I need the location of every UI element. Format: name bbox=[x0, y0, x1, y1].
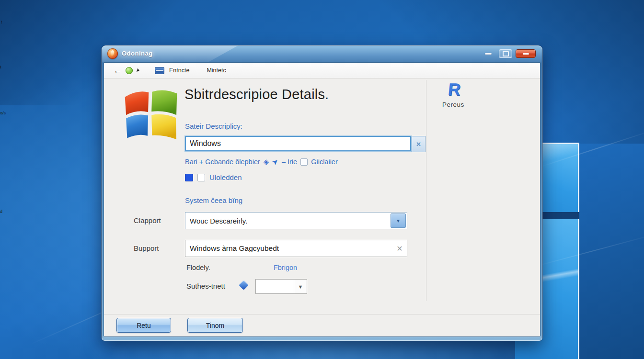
right-panel: R Pereus bbox=[439, 81, 526, 108]
dialog-window: Odoninag ← Entncte Mintetc bbox=[102, 45, 542, 341]
checkbox-row: Uloledden bbox=[185, 173, 242, 181]
model-link[interactable]: Fbrigon bbox=[274, 264, 297, 271]
support-row1-label: Clapport bbox=[134, 216, 161, 224]
nav-dropdown-icon[interactable] bbox=[137, 68, 140, 72]
support-row1-value: Wouc Descareirly. bbox=[185, 217, 391, 225]
back-icon[interactable]: ← bbox=[114, 67, 122, 75]
desktop-artifact: ŧ bbox=[0, 65, 1, 69]
secondary-action-button[interactable]: Tinom bbox=[187, 318, 243, 333]
main-content: Sbitrdescripioe Details. Sateir Descripl… bbox=[104, 78, 540, 315]
option-row-left-text[interactable]: Bari + Gcbande ôlepbier bbox=[185, 158, 260, 166]
footer-bar: Retu Tinom bbox=[104, 314, 540, 337]
maximize-button[interactable] bbox=[499, 49, 512, 58]
page-title: Sbitrdescripioe Details. bbox=[184, 87, 329, 102]
clear-field-icon[interactable]: ✕ bbox=[392, 244, 407, 253]
support-row2-label: Bupport bbox=[134, 244, 159, 252]
minimize-button[interactable] bbox=[481, 50, 495, 57]
close-icon bbox=[523, 53, 529, 55]
maximize-icon bbox=[503, 51, 509, 56]
combobox-value bbox=[256, 280, 294, 293]
desktop-artifact: t bbox=[1, 20, 2, 24]
checkbox[interactable] bbox=[197, 174, 205, 181]
description-label: Sateir Descriplicy: bbox=[185, 122, 242, 130]
description-field-group: ✕ bbox=[185, 136, 426, 152]
menu-item-2[interactable]: Mintetc bbox=[207, 67, 226, 74]
inline-checkbox[interactable] bbox=[300, 158, 308, 166]
option-row-right-text[interactable]: Giiclaiier bbox=[311, 158, 338, 166]
section-title: System ĉeea bïng bbox=[185, 196, 242, 204]
window-app-icon bbox=[107, 48, 118, 59]
vertical-divider bbox=[426, 80, 426, 301]
primary-action-button[interactable]: Retu bbox=[116, 318, 171, 333]
windows-flag-logo bbox=[123, 88, 179, 141]
window-glyph-icon bbox=[155, 67, 164, 74]
chevron-down-icon[interactable]: ▼ bbox=[294, 280, 307, 293]
option-row: Bari + Gcbande ôlepbier ◈ ➤ – Irie Giicl… bbox=[185, 157, 338, 166]
blue-color-swatch[interactable] bbox=[185, 174, 193, 181]
support-row1-field[interactable]: Wouc Descareirly. ▾ bbox=[185, 212, 407, 229]
forward-orb-icon[interactable] bbox=[126, 67, 133, 74]
send-arrow-icon: ➤ bbox=[270, 157, 280, 167]
subnet-combobox[interactable]: ▼ bbox=[255, 279, 307, 294]
desktop-artifact: d bbox=[0, 210, 2, 214]
checkbox-label: Uloledden bbox=[209, 173, 242, 181]
window-body: ← Entncte Mintetc Sbitrdescripi bbox=[104, 62, 540, 337]
r-glyph-icon: R bbox=[447, 81, 527, 98]
diamond-icon: ◈ bbox=[264, 157, 269, 166]
gem-icon bbox=[239, 280, 249, 290]
clear-input-button[interactable]: ✕ bbox=[412, 136, 426, 152]
menu-item-1[interactable]: Entncte bbox=[169, 67, 189, 74]
title-bar[interactable]: Odoninag bbox=[102, 45, 542, 62]
support-row2-value: Windows àrna Gagcyubedt bbox=[185, 244, 392, 253]
close-button[interactable] bbox=[516, 49, 536, 58]
desktop-artifact: o/s bbox=[0, 111, 6, 115]
model-label: Flodely. bbox=[186, 264, 210, 271]
option-row-mid-text: – Irie bbox=[282, 158, 297, 166]
support-row2-field[interactable]: Windows àrna Gagcyubedt ✕ bbox=[185, 240, 407, 257]
right-panel-label: Pereus bbox=[442, 101, 526, 108]
window-controls bbox=[481, 49, 536, 58]
navigation-bar: ← Entncte Mintetc bbox=[104, 63, 540, 79]
dropdown-button[interactable]: ▾ bbox=[391, 213, 406, 228]
subnet-label: Suthes-tnett bbox=[186, 282, 225, 290]
minimize-icon bbox=[485, 53, 492, 55]
description-input[interactable] bbox=[185, 136, 411, 151]
window-title: Odoninag bbox=[122, 50, 153, 57]
